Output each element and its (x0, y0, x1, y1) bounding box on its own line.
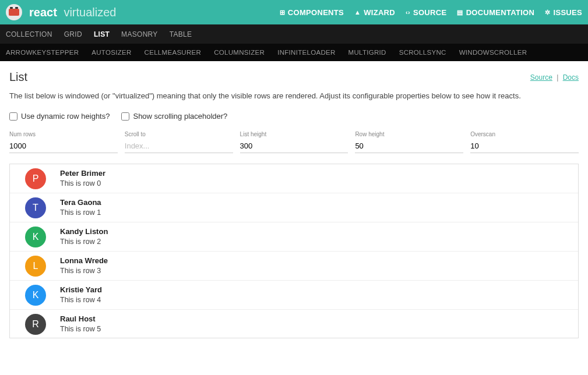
nav-wizard[interactable]: ▲WIZARD (354, 8, 395, 17)
row-text: Peter BrimerThis is row 0 (60, 169, 105, 188)
app-header: react virtualized ⊞COMPONENTS▲WIZARD‹›SO… (0, 0, 588, 24)
list-row[interactable]: LLonna WredeThis is row 3 (10, 252, 578, 281)
row-subtitle: This is row 5 (60, 324, 101, 334)
list-row[interactable]: TTera GaonaThis is row 1 (10, 193, 578, 222)
documentation-icon: ▤ (457, 9, 463, 16)
nav-label: WIZARD (364, 8, 395, 17)
row-text: Raul HostThis is row 5 (60, 314, 101, 334)
row-name: Peter Brimer (60, 169, 105, 179)
overscan-group: Overscan (470, 131, 579, 153)
dynamic-row-heights-check[interactable]: Use dynamic row heights? (9, 112, 110, 121)
list-height-input[interactable] (240, 139, 348, 153)
row-height-input[interactable] (355, 139, 463, 153)
row-name: Kristie Yard (60, 285, 102, 295)
tab-arrowkeystepper[interactable]: ARROWKEYSTEPPER (6, 49, 79, 56)
row-text: Tera GaonaThis is row 1 (60, 198, 101, 217)
scroll-to-label: Scroll to (125, 131, 233, 137)
tab-infiniteloader[interactable]: INFINITELOADER (277, 49, 335, 56)
logo (6, 4, 22, 20)
row-text: Kristie YardThis is row 4 (60, 285, 102, 305)
row-subtitle: This is row 0 (60, 179, 105, 188)
nav-label: SOURCE (413, 8, 446, 17)
nav-label: ISSUES (554, 8, 582, 17)
tab-columnsizer[interactable]: COLUMNSIZER (214, 49, 265, 56)
scrolling-placeholder-label: Show scrolling placeholder? (133, 112, 227, 121)
row-name: Tera Gaona (60, 198, 101, 208)
tab-table[interactable]: TABLE (170, 30, 192, 38)
grid-icon: ⊞ (280, 9, 285, 16)
source-link[interactable]: Source (530, 73, 552, 82)
top-nav: ⊞COMPONENTS▲WIZARD‹›SOURCE▤DOCUMENTATION… (280, 8, 582, 17)
page-header: List Source | Docs (9, 70, 579, 84)
link-separator: | (557, 73, 558, 82)
tab-scrollsync[interactable]: SCROLLSYNC (399, 49, 446, 56)
tab-windowscroller[interactable]: WINDOWSCROLLER (459, 49, 527, 56)
row-name: Kandy Liston (60, 227, 108, 237)
avatar: R (25, 314, 46, 335)
scrolling-placeholder-checkbox[interactable] (121, 112, 129, 121)
overscan-label: Overscan (470, 131, 579, 137)
list-row[interactable]: KKristie YardThis is row 4 (10, 281, 578, 310)
virtualized-list[interactable]: PPeter BrimerThis is row 0TTera GaonaThi… (9, 164, 579, 338)
row-subtitle: This is row 2 (60, 237, 108, 246)
tab-masonry[interactable]: MASONRY (121, 30, 158, 38)
brand-name: react (29, 6, 57, 19)
avatar: K (25, 227, 46, 247)
row-height-group: Row height (355, 131, 463, 153)
list-row[interactable]: KKandy ListonThis is row 2 (10, 222, 578, 252)
scroll-to-group: Scroll to (125, 131, 233, 153)
num-rows-input[interactable] (9, 139, 118, 153)
page-links: Source | Docs (530, 73, 579, 82)
checkbox-row: Use dynamic row heights? Show scrolling … (9, 112, 579, 121)
page-description: The list below is windowed (or "virtuali… (9, 91, 579, 101)
row-name: Lonna Wrede (60, 256, 108, 266)
docs-link[interactable]: Docs (563, 73, 579, 82)
page-title: List (9, 70, 27, 84)
config-inputs: Num rows Scroll to List height Row heigh… (9, 131, 579, 153)
tab-list[interactable]: LIST (94, 30, 110, 38)
wizard-icon: ▲ (354, 9, 361, 16)
dynamic-row-heights-label: Use dynamic row heights? (21, 112, 110, 121)
num-rows-group: Num rows (9, 131, 118, 153)
source-icon: ‹› (406, 9, 410, 16)
row-text: Lonna WredeThis is row 3 (60, 256, 108, 275)
brand-sub: virtualized (64, 6, 116, 19)
tab-grid[interactable]: GRID (64, 30, 82, 38)
tab-multigrid[interactable]: MULTIGRID (348, 49, 386, 56)
tab-collection[interactable]: COLLECTION (6, 30, 52, 38)
nav-issues[interactable]: ✲ISSUES (545, 8, 582, 17)
nav-label: COMPONENTS (288, 8, 344, 17)
row-height-label: Row height (355, 131, 463, 137)
avatar: K (25, 285, 46, 306)
avatar: T (25, 197, 46, 218)
tab-autosizer[interactable]: AUTOSIZER (91, 49, 131, 56)
scroll-to-input[interactable] (125, 139, 233, 153)
dynamic-row-heights-checkbox[interactable] (9, 112, 17, 121)
list-row[interactable]: RRaul HostThis is row 5 (10, 310, 578, 338)
nav-components[interactable]: ⊞COMPONENTS (280, 8, 344, 17)
scrolling-placeholder-check[interactable]: Show scrolling placeholder? (121, 112, 227, 121)
list-height-label: List height (240, 131, 348, 137)
list-row[interactable]: PPeter BrimerThis is row 0 (10, 164, 578, 193)
avatar: P (25, 168, 46, 189)
component-type-nav: COLLECTIONGRIDLISTMASONRYTABLE (0, 24, 588, 44)
brand: react virtualized (29, 6, 116, 19)
overscan-input[interactable] (470, 139, 579, 153)
row-subtitle: This is row 4 (60, 295, 102, 305)
nav-documentation[interactable]: ▤DOCUMENTATION (457, 8, 534, 17)
list-height-group: List height (240, 131, 348, 153)
issues-icon: ✲ (545, 9, 550, 16)
row-name: Raul Host (60, 314, 101, 324)
tab-cellmeasurer[interactable]: CELLMEASURER (145, 49, 202, 56)
avatar: L (25, 256, 46, 277)
num-rows-label: Num rows (9, 131, 118, 137)
hoc-nav: ARROWKEYSTEPPERAUTOSIZERCELLMEASURERCOLU… (0, 44, 588, 61)
row-subtitle: This is row 1 (60, 208, 101, 217)
main-content: List Source | Docs The list below is win… (0, 61, 588, 348)
row-text: Kandy ListonThis is row 2 (60, 227, 108, 246)
nav-source[interactable]: ‹›SOURCE (406, 8, 446, 17)
row-subtitle: This is row 3 (60, 266, 108, 275)
nav-label: DOCUMENTATION (466, 8, 535, 17)
